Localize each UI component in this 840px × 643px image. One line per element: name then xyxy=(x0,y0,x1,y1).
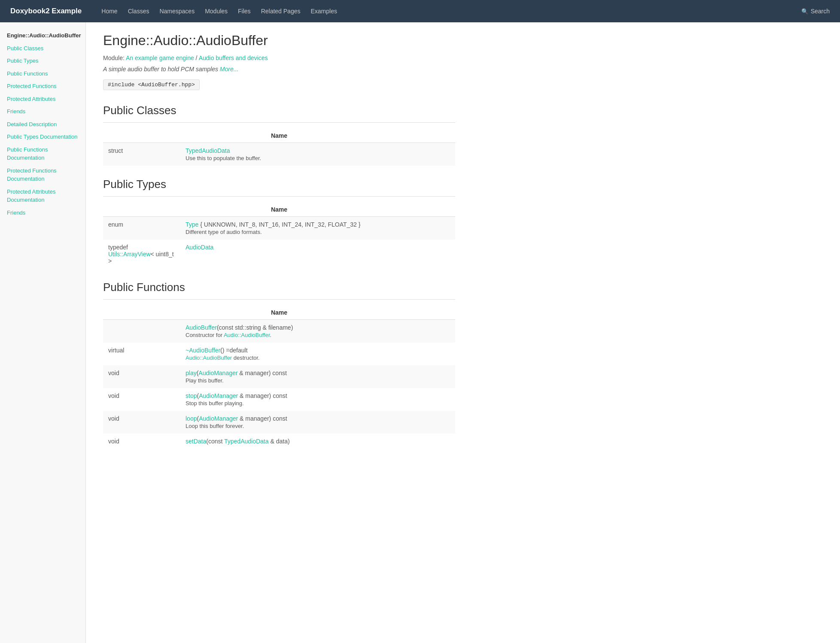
brief-text: A simple audio buffer to hold PCM sample… xyxy=(103,66,218,73)
typed-audio-data-link[interactable]: TypedAudioData xyxy=(186,147,230,154)
fn-desc: Audio::AudioBuffer destructor. xyxy=(186,355,450,361)
name-cell: TypedAudioData Use this to populate the … xyxy=(180,143,455,166)
table-row: void stop(AudioManager & manager) const … xyxy=(103,388,455,411)
public-functions-col-header: Name xyxy=(103,306,455,320)
table-row: typedef Utils::ArrayView< uint8_t > Audi… xyxy=(103,240,455,269)
type-name-line: Type { UNKNOWN, INT_8, INT_16, INT_24, I… xyxy=(186,221,360,228)
fn-name-line: stop(AudioManager & manager) const xyxy=(186,392,287,399)
sidebar-item-protected-attributes[interactable]: Protected Attributes xyxy=(0,93,85,106)
main-content: Engine::Audio::AudioBuffer Module: An ex… xyxy=(86,22,472,643)
audiomanager-link2[interactable]: AudioManager xyxy=(199,392,238,399)
public-types-title: Public Types xyxy=(103,178,455,191)
page-title: Engine::Audio::AudioBuffer xyxy=(103,33,455,49)
nav-related-pages[interactable]: Related Pages xyxy=(257,5,305,17)
public-classes-divider xyxy=(103,122,455,123)
sidebar-item-public-types-documentation[interactable]: Public Types Documentation xyxy=(0,130,85,143)
fn-name-line: loop(AudioManager & manager) const xyxy=(186,415,287,422)
setdata-link[interactable]: setData xyxy=(186,438,206,445)
audiobuffer-destructor-link[interactable]: ~AudioBuffer xyxy=(186,347,220,354)
fn-name-line: ~AudioBuffer() =default xyxy=(186,347,248,354)
sidebar-item-public-functions[interactable]: Public Functions xyxy=(0,67,85,80)
type-cell: void xyxy=(103,411,180,434)
navbar-nav: Home Classes Namespaces Modules Files Re… xyxy=(97,5,801,17)
type-link[interactable]: Type xyxy=(186,221,198,228)
public-classes-col-header: Name xyxy=(103,129,455,143)
nav-classes[interactable]: Classes xyxy=(124,5,154,17)
fn-suffix: (const std::string & filename) xyxy=(217,324,293,331)
type-cell xyxy=(103,320,180,343)
module-link1[interactable]: An example game engine xyxy=(126,55,194,61)
type-cell: typedef Utils::ArrayView< uint8_t > xyxy=(103,240,180,269)
sidebar-item-public-types[interactable]: Public Types xyxy=(0,55,85,67)
typed-audio-data-desc: Use this to populate the buffer. xyxy=(186,155,450,161)
table-row: virtual ~AudioBuffer() =default Audio::A… xyxy=(103,343,455,365)
module-link2[interactable]: Audio buffers and devices xyxy=(199,55,268,61)
audiomanager-link3[interactable]: AudioManager xyxy=(199,415,238,422)
audiobuffer-constructor-link[interactable]: AudioBuffer xyxy=(186,324,217,331)
name-cell: setData(const TypedAudioData & data) xyxy=(180,434,455,449)
public-classes-table: Name struct TypedAudioData Use this to p… xyxy=(103,129,455,166)
type-cell: void xyxy=(103,365,180,388)
typedaudiodata-link2[interactable]: TypedAudioData xyxy=(224,438,269,445)
nav-examples[interactable]: Examples xyxy=(306,5,341,17)
sidebar-item-public-classes[interactable]: Public Classes xyxy=(0,42,85,55)
sidebar-item-protected-functions-documentation[interactable]: Protected Functions Documentation xyxy=(0,164,85,185)
name-cell: loop(AudioManager & manager) const Loop … xyxy=(180,411,455,434)
stop-link[interactable]: stop xyxy=(186,392,197,399)
fn-suffix: (AudioManager & manager) const xyxy=(197,415,287,422)
sidebar-item-public-functions-documentation[interactable]: Public Functions Documentation xyxy=(0,143,85,164)
audio-audiobuffer-link2[interactable]: Audio::AudioBuffer xyxy=(186,355,232,361)
sidebar-item-friends[interactable]: Friends xyxy=(0,105,85,118)
type-cell: void xyxy=(103,388,180,411)
nav-home[interactable]: Home xyxy=(97,5,122,17)
public-types-table: Name enum Type { UNKNOWN, INT_8, INT_16,… xyxy=(103,203,455,269)
name-cell: Type { UNKNOWN, INT_8, INT_16, INT_24, I… xyxy=(180,217,455,240)
utils-arrayview-link[interactable]: Utils::ArrayView xyxy=(108,251,151,258)
search-label: Search xyxy=(811,8,830,15)
navbar-brand: Doxybook2 Example xyxy=(10,7,82,15)
more-link[interactable]: More... xyxy=(220,66,239,73)
type-cell: enum xyxy=(103,217,180,240)
sidebar-item-detailed-description[interactable]: Detailed Description xyxy=(0,118,85,131)
sidebar-item-friends-doc[interactable]: Friends xyxy=(0,206,85,219)
audiomanager-link1[interactable]: AudioManager xyxy=(198,370,237,376)
module-prefix: Module: xyxy=(103,55,125,61)
sidebar: Engine::Audio::AudioBuffer Public Classe… xyxy=(0,22,86,643)
fn-desc: Play this buffer. xyxy=(186,377,450,384)
play-link[interactable]: play xyxy=(186,370,197,376)
page-layout: Engine::Audio::AudioBuffer Public Classe… xyxy=(0,22,840,643)
table-row: void setData(const TypedAudioData & data… xyxy=(103,434,455,449)
name-cell: play(AudioManager & manager) const Play … xyxy=(180,365,455,388)
fn-desc: Constructor for Audio::AudioBuffer. xyxy=(186,332,450,338)
navbar-search[interactable]: 🔍 Search xyxy=(801,8,830,15)
table-row: void loop(AudioManager & manager) const … xyxy=(103,411,455,434)
fn-name-line: play(AudioManager & manager) const xyxy=(186,370,287,376)
fn-desc: Loop this buffer forever. xyxy=(186,423,450,429)
sidebar-item-protected-attributes-documentation[interactable]: Protected Attributes Documentation xyxy=(0,185,85,206)
name-cell: ~AudioBuffer() =default Audio::AudioBuff… xyxy=(180,343,455,365)
public-classes-title: Public Classes xyxy=(103,104,455,117)
name-cell: AudioBuffer(const std::string & filename… xyxy=(180,320,455,343)
fn-suffix: (AudioManager & manager) const xyxy=(197,370,287,376)
brief-desc: A simple audio buffer to hold PCM sample… xyxy=(103,66,455,73)
type-cell: struct xyxy=(103,143,180,166)
type-cell: void xyxy=(103,434,180,449)
search-icon: 🔍 xyxy=(801,8,808,15)
fn-name-line: AudioBuffer(const std::string & filename… xyxy=(186,324,293,331)
loop-link[interactable]: loop xyxy=(186,415,197,422)
audio-audiobuffer-link1[interactable]: Audio::AudioBuffer xyxy=(224,332,270,338)
public-functions-divider xyxy=(103,299,455,300)
public-functions-title: Public Functions xyxy=(103,281,455,294)
navbar: Doxybook2 Example Home Classes Namespace… xyxy=(0,0,840,22)
sidebar-item-engine-audio-audiobuffer[interactable]: Engine::Audio::AudioBuffer xyxy=(0,29,85,42)
fn-suffix: (AudioManager & manager) const xyxy=(197,392,287,399)
nav-files[interactable]: Files xyxy=(234,5,255,17)
fn-suffix: () =default xyxy=(220,347,247,354)
nav-modules[interactable]: Modules xyxy=(201,5,232,17)
table-row: enum Type { UNKNOWN, INT_8, INT_16, INT_… xyxy=(103,217,455,240)
include-box: #include <AudioBuffer.hpp> xyxy=(103,79,200,90)
nav-namespaces[interactable]: Namespaces xyxy=(155,5,199,17)
audiodata-link[interactable]: AudioData xyxy=(186,244,213,251)
sidebar-item-protected-functions[interactable]: Protected Functions xyxy=(0,80,85,93)
table-row: struct TypedAudioData Use this to popula… xyxy=(103,143,455,166)
